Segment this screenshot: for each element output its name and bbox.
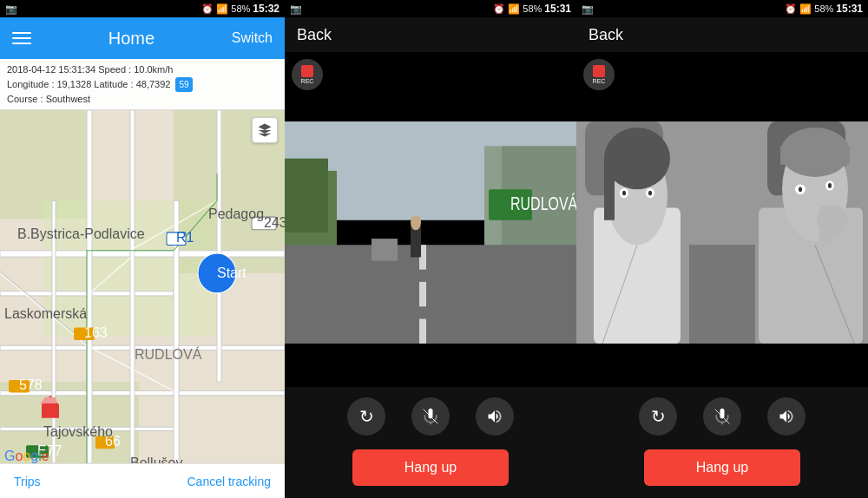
svg-point-71 (648, 191, 652, 196)
hang-up-row-1: Hang up (285, 442, 576, 498)
svg-rect-54 (411, 226, 421, 258)
svg-rect-50 (285, 245, 576, 344)
video-top-area-2: REC (576, 52, 868, 121)
bottom-bar: Trips Cancel tracking (0, 463, 285, 498)
status-bar-map: 📷 ⏰ 📶 58% 15:32 (0, 0, 285, 17)
volume-button-1[interactable] (476, 397, 514, 436)
mic-button-2[interactable] (703, 397, 741, 436)
svg-text:Laskomerská: Laskomerská (4, 305, 88, 321)
rec-icon-1 (301, 65, 313, 77)
alarm-icon-v1: ⏰ (493, 3, 505, 15)
app-title: Home (108, 29, 155, 49)
map-container[interactable]: R1 163 578 E77 66 2432 (0, 110, 285, 463)
status-bar-video2: 📷 ⏰ 📶 58% 15:31 (576, 0, 868, 17)
course-label: Course : (7, 94, 43, 104)
svg-rect-52 (419, 282, 426, 306)
rec-icon-2 (593, 65, 605, 77)
latitude-label: Latitude : (94, 79, 133, 89)
svg-text:Bellušov: Bellušov (130, 455, 183, 463)
controls-row-2: ↻ (576, 387, 868, 442)
menu-button[interactable] (12, 32, 31, 44)
video-panel-front: 📷 ⏰ 📶 58% 15:31 Back REC (285, 0, 576, 498)
switch-button[interactable]: Switch (232, 30, 273, 46)
svg-text:Google: Google (4, 448, 49, 463)
status-bar-video1: 📷 ⏰ 📶 58% 15:31 (285, 0, 576, 17)
rec-text-2: REC (593, 78, 606, 84)
back-label-2[interactable]: Back (589, 26, 623, 44)
video-bottom-area-2 (576, 344, 868, 387)
svg-text:Start: Start (217, 265, 247, 280)
map-panel: 📷 ⏰ 📶 58% 15:32 Home Switch 2018-04-12 1… (0, 0, 285, 498)
alarm-icon: ⏰ (201, 3, 214, 15)
app-bar: Home Switch (0, 17, 285, 59)
svg-point-55 (411, 215, 421, 230)
svg-rect-53 (419, 319, 426, 344)
video-top-bar-2: Back (576, 17, 868, 52)
svg-text:Pedagog: Pedagog (208, 206, 264, 221)
latitude-value: 48,7392 (136, 79, 171, 89)
svg-rect-5 (0, 251, 285, 257)
back-label-1[interactable]: Back (297, 26, 332, 44)
alarm-icon-v2: ⏰ (785, 3, 797, 15)
wifi-icon-v1: 📶 (508, 3, 520, 15)
longitude-label: Longitude : (7, 79, 54, 89)
speed-value: 10.0km/h (134, 64, 173, 75)
video-top-area-1: REC (285, 52, 576, 121)
map-background: R1 163 578 E77 66 2432 (0, 110, 285, 463)
svg-text:RUDLOVÁ: RUDLOVÁ (135, 346, 201, 362)
svg-text:B.Bystrica-Podlavice: B.Bystrica-Podlavice (17, 226, 145, 241)
video-top-bar-1: Back (285, 17, 576, 52)
svg-rect-84 (689, 245, 755, 344)
hang-up-button-1[interactable]: Hang up (352, 449, 510, 486)
svg-rect-8 (0, 391, 285, 396)
svg-text:578: 578 (19, 377, 43, 392)
interior-feed (576, 121, 868, 344)
hang-up-row-2: Hang up (576, 442, 868, 498)
wifi-icon: 📶 (216, 3, 228, 15)
svg-point-79 (799, 187, 802, 192)
svg-rect-11 (130, 110, 135, 463)
svg-text:Tajovského: Tajovského (43, 423, 113, 438)
trips-link[interactable]: Trips (14, 475, 41, 488)
hang-up-button-2[interactable]: Hang up (644, 449, 801, 486)
svg-rect-56 (372, 239, 398, 261)
volume-button-2[interactable] (767, 397, 806, 436)
course-value: Southwest (46, 94, 90, 104)
longitude-value: 19,1328 (57, 79, 92, 89)
speed-label: Speed : (98, 64, 131, 75)
time-v2: 15:31 (836, 3, 863, 15)
dashcam-feed: RUDLOVÁ (285, 121, 576, 344)
camera-icon-v2: 📷 (582, 3, 594, 15)
status-time: 15:32 (253, 3, 279, 15)
svg-rect-10 (87, 110, 92, 463)
time-v1: 15:31 (544, 3, 571, 15)
video-panel-interior: 📷 ⏰ 📶 58% 15:31 Back REC (576, 0, 868, 498)
rotate-button-1[interactable]: ↻ (347, 397, 385, 436)
mic-button-1[interactable] (411, 397, 450, 436)
svg-rect-82 (819, 206, 832, 243)
rotate-button-2[interactable]: ↻ (639, 397, 677, 436)
course-badge: 59 (175, 77, 192, 92)
svg-rect-76 (780, 146, 850, 164)
battery-v1: 58% (523, 3, 542, 14)
svg-point-80 (828, 183, 832, 188)
rec-button-1[interactable]: REC (292, 59, 323, 90)
video-bottom-area-1 (285, 344, 576, 387)
svg-rect-67 (604, 159, 615, 220)
cancel-tracking-link[interactable]: Cancel tracking (187, 475, 272, 488)
map-layers-button[interactable] (252, 117, 278, 143)
wifi-icon-v2: 📶 (799, 3, 812, 15)
svg-text:R1: R1 (176, 229, 194, 245)
svg-point-70 (622, 191, 626, 196)
datetime-label: 2018-04-12 15:31:34 (7, 64, 95, 75)
svg-text:2432: 2432 (264, 213, 285, 229)
rec-button-2[interactable]: REC (583, 59, 615, 90)
svg-rect-14 (217, 110, 221, 382)
svg-text:163: 163 (84, 324, 108, 340)
svg-text:RUDLOVÁ: RUDLOVÁ (510, 193, 576, 214)
camera-icon: 📷 (5, 3, 17, 15)
rec-text-1: REC (301, 78, 314, 84)
controls-row-1: ↻ (285, 387, 576, 442)
info-bar: 2018-04-12 15:31:34 Speed : 10.0km/h Lon… (0, 59, 285, 110)
battery-text: 58% (231, 3, 250, 14)
